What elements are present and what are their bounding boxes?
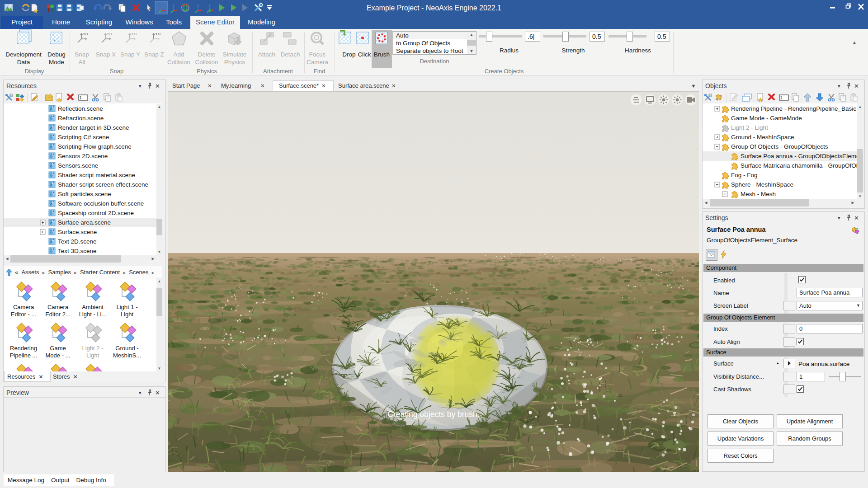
svg-text:Soft particles.scene: Soft particles.scene xyxy=(58,191,111,197)
svg-text:Light 2 -: Light 2 - xyxy=(82,345,104,352)
svg-text:Light 1 -: Light 1 - xyxy=(117,304,138,310)
svg-text:Software occlusion buffer.scen: Software occlusion buffer.scene xyxy=(58,200,144,207)
svg-text:Surface.scene: Surface.scene xyxy=(58,229,97,235)
svg-text:Editor - ...: Editor - ... xyxy=(11,311,36,318)
svg-text:Group Of Objects - GroupOfObje: Group Of Objects - GroupOfObjects xyxy=(731,143,828,150)
svg-text:Surface Matricaria chamomilla: Surface Matricaria chamomilla - GroupOfO… xyxy=(741,162,857,169)
svg-text:Light: Light xyxy=(86,352,99,359)
svg-text:Sensors.scene: Sensors.scene xyxy=(58,162,98,169)
svg-text:Ground -: Ground - xyxy=(115,345,138,352)
svg-text:Scripting C#.scene: Scripting C#.scene xyxy=(58,134,109,141)
svg-text:Rendering Pipeline - Rendering: Rendering Pipeline - RenderingPipeline_B… xyxy=(731,105,856,112)
svg-text:Sensors 2D.scene: Sensors 2D.scene xyxy=(58,153,108,160)
svg-text:Surface area.scene: Surface area.scene xyxy=(58,219,111,226)
svg-text:Scripting Flow graph.scene: Scripting Flow graph.scene xyxy=(58,143,132,150)
svg-text:Light 2 - Light: Light 2 - Light xyxy=(731,124,768,131)
svg-text:Ambient: Ambient xyxy=(82,304,104,310)
svg-text:Fog - Fog: Fog - Fog xyxy=(731,172,758,178)
svg-text:Creating objects by brush.: Creating objects by brush. xyxy=(387,410,479,419)
svg-text:Text 2D.scene: Text 2D.scene xyxy=(58,238,97,245)
svg-text:Render target in 3D.scene: Render target in 3D.scene xyxy=(58,124,129,131)
svg-text:Spaceship control 2D.scene: Spaceship control 2D.scene xyxy=(58,210,134,216)
svg-text:Game Mode - GameMode: Game Mode - GameMode xyxy=(731,115,802,122)
svg-text:Pipeline ...: Pipeline ... xyxy=(10,352,38,359)
svg-text:Reflection.scene: Reflection.scene xyxy=(58,105,103,112)
svg-text:Surface Poa annua - GroupOfObj: Surface Poa annua - GroupOfObjectsElemen… xyxy=(741,153,857,160)
svg-text:Shader script material.scene: Shader script material.scene xyxy=(58,172,135,178)
svg-text:Rendering: Rendering xyxy=(10,345,37,352)
svg-text:MeshInS...: MeshInS... xyxy=(113,352,141,359)
svg-text:Ground - MeshInSpace: Ground - MeshInSpace xyxy=(731,134,794,141)
svg-text:Camera: Camera xyxy=(13,304,34,310)
svg-text:Text 3D.scene: Text 3D.scene xyxy=(58,248,97,254)
svg-text:Mode - ...: Mode - ... xyxy=(46,352,71,359)
svg-text:Refraction.scene: Refraction.scene xyxy=(58,115,104,122)
svg-text:Light - Li...: Light - Li... xyxy=(79,311,107,318)
svg-text:Mesh - Mesh: Mesh - Mesh xyxy=(741,191,776,197)
svg-text:Editor 2...: Editor 2... xyxy=(45,311,71,318)
svg-text:Camera: Camera xyxy=(47,304,69,310)
svg-text:Shader script screen effect.sc: Shader script screen effect.scene xyxy=(58,181,148,188)
svg-text:Light: Light xyxy=(121,311,134,318)
svg-text:Game: Game xyxy=(50,345,66,352)
svg-text:Sphere - MeshInSpace: Sphere - MeshInSpace xyxy=(731,181,793,188)
